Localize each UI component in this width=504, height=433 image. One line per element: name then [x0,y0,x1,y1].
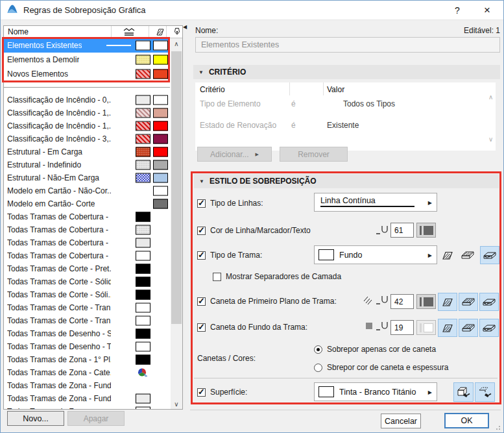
list-item[interactable]: Todas Tramas de Cobertura - ... [4,249,170,262]
list-item[interactable]: Todas Tramas de Zona - Fund... [4,392,170,405]
scroll-up-icon[interactable]: ∧ [171,38,182,49]
name-column-header[interactable]: Nome [8,27,29,36]
fill-type-dropdown[interactable]: Fundo ▶ [314,245,437,264]
list-item[interactable]: Classificação de Incêndio - 3,... [4,132,170,145]
list-item[interactable]: Classificação de Incêndio - 0,... [4,93,170,106]
criterion-operator[interactable]: é [291,99,296,108]
rule-name-input[interactable] [195,37,500,53]
pen-color-icon[interactable] [173,27,181,38]
drafting-fill-icon[interactable] [440,249,455,262]
criterion-name[interactable]: Estado de Renovação [200,121,276,130]
pens-colors-option-0: Sobrepor apenas cor de caneta [314,344,436,354]
fg-pen-color-swatch[interactable] [416,294,436,309]
surface-checkbox[interactable] [197,388,206,397]
list-item[interactable]: Modelo em Cartão- Corte [4,197,170,210]
list-item-label: Todas Tramas de Cobertura - ... [7,212,111,221]
criterion-operator[interactable]: é [291,121,296,130]
list-item[interactable]: Todas Tramas de Zona - Cate... [4,366,170,379]
scroll-down-icon[interactable]: ∨ [171,399,182,409]
list-item[interactable]: Elementos a Demolir [4,53,170,67]
fg-pen-checkbox[interactable] [197,297,206,306]
bg-cover-fill-toggle[interactable] [459,319,478,337]
list-item[interactable]: Todas Tramas de Desenho - T... [4,340,170,353]
bg-pen-checkbox[interactable] [197,323,206,332]
radio-pen-color-weight[interactable] [314,364,322,372]
list-item[interactable]: Classificação de Incêndio - 1,... [4,119,170,132]
surface-dropdown[interactable]: Tinta - Branco Titánio ▶ [314,382,437,401]
new-button[interactable]: Novo... [7,411,64,426]
line-color-checkbox[interactable] [197,227,206,235]
list-item[interactable]: Todas Tramas de Corte - Sólido [4,275,170,288]
bg-pen-number-input[interactable] [390,320,414,335]
list-item[interactable]: Todas Tramas de Cobertura - ... [4,223,170,236]
remove-criteria-button[interactable]: Remover [280,147,348,162]
list-item[interactable]: Novos Elementos [4,67,170,81]
paint-cut-surfaces-toggle[interactable] [475,382,495,402]
bg-pen-color-swatch[interactable] [416,320,436,335]
bg-drafting-fill-toggle[interactable] [438,319,457,337]
square-pen-icon [365,321,389,334]
layer-separators-checkbox[interactable] [213,273,221,281]
cut-fill-toggle[interactable] [480,246,499,264]
cancel-button[interactable]: Cancelar [381,414,421,428]
linetype-icon[interactable] [123,28,136,38]
dropdown-arrow-icon: ▶ [428,252,432,258]
list-item[interactable]: Todas Tramas de Zona - Fund... [4,379,170,392]
list-item-label: Todas Tramas de Corte - Sóli... [7,290,111,299]
list-item[interactable]: Estrutural - Em Carga [4,145,170,158]
line-pen-color-swatch[interactable] [416,223,436,238]
list-item-label: Todas Tramas de Zona - Fund... [7,394,111,403]
help-button[interactable]: ? [444,1,471,20]
criteria-scroll-down-icon[interactable]: ∨ [488,136,493,143]
cover-fill-icon[interactable] [460,249,475,262]
list-item-label: Todas Tramas de Zona - Cate... [7,368,111,377]
line-type-checkbox[interactable] [197,199,206,208]
surface-label: Superfície: [210,388,247,397]
list-item[interactable]: Estrutural - Não-Em Carga [4,171,170,184]
radio-pen-color-only[interactable] [314,345,322,354]
bg-cut-fill-toggle[interactable] [479,319,499,337]
list-item[interactable]: Todas Tramas de Cobertura - ... [4,236,170,249]
fg-pen-number-input[interactable] [390,294,414,309]
list-item[interactable]: Todas Tramas de Desenho - S... [4,327,170,340]
fg-drafting-fill-toggle[interactable] [438,293,457,311]
resize-grip[interactable] [495,425,500,430]
criterion-name[interactable]: Tipo de Elemento [200,99,261,108]
panel-collapse-icon[interactable]: ◀ [183,24,187,30]
scrollbar-thumb[interactable] [171,51,182,324]
list-item[interactable]: Estrutural - Indefinido [4,158,170,171]
dropdown-arrow-icon: ▶ [428,199,432,205]
line-pen-number-input[interactable] [390,223,414,238]
pen-swatch [153,108,168,118]
pen-swatch [153,160,168,170]
ok-button[interactable]: OK [444,413,489,428]
add-criteria-button[interactable]: Adicionar... ▶ [197,147,272,162]
criterion-value[interactable]: Todos os Tipos [343,99,395,108]
criteria-scroll-up-icon[interactable]: ∧ [488,93,493,101]
footer-divider [190,410,501,410]
criterion-value[interactable]: Existente [327,121,359,130]
list-scrollbar[interactable]: ∧ ∨ [171,38,182,409]
fg-cover-fill-toggle[interactable] [459,293,478,311]
list-item[interactable]: Elementos Existentes [4,38,170,53]
list-item[interactable]: Todas Tramas de Cobertura - ... [4,210,170,223]
delete-button[interactable]: Apagar [67,411,125,426]
fill-hatch-icon[interactable] [155,28,165,38]
fg-cut-fill-toggle[interactable] [479,293,499,311]
fg-pen-row: Caneta de Primeiro Plano de Trama: [197,296,337,306]
fill-type-checkbox[interactable] [197,251,206,260]
list-item[interactable]: Todas Tramas de Zona - 1° Pl... [4,353,170,366]
list-item[interactable]: Classificação de Incêndio - 1,... [4,106,170,119]
list-item[interactable]: Todas Tramas de Corte - Tran... [4,301,170,314]
list-item[interactable]: Todas Tramas de Corte - Sóli... [4,288,170,301]
list-item[interactable]: Todas Tramas de Corte - Pret... [4,262,170,275]
list-item[interactable]: Modelo em Cartão - Não-Cor... [4,184,170,197]
line-type-dropdown[interactable]: Linha Contínua ▶ [314,193,437,212]
list-item[interactable]: Todas Tramas de Zona - ... [4,405,170,410]
paint-all-surfaces-toggle[interactable] [453,382,474,402]
style-section-header[interactable]: ▼ ESTILO DE SOBREPOSIÇÃO [194,174,499,188]
fill-swatch [136,251,150,261]
list-item[interactable]: Todas Tramas de Corte - Tran... [4,314,170,327]
criteria-section-header[interactable]: ▼ CRITÉRIO [193,65,500,79]
close-button[interactable]: × [474,1,501,20]
